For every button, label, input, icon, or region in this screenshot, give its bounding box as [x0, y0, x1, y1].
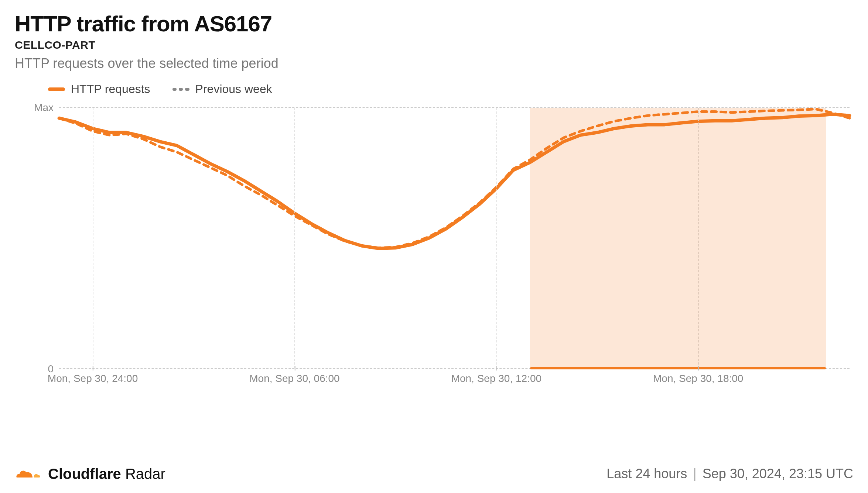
legend-label: HTTP requests — [71, 82, 150, 96]
plot-region — [59, 107, 850, 369]
x-axis: Mon, Sep 30, 24:00Mon, Sep 30, 06:00Mon,… — [59, 373, 850, 387]
chart-footer: Cloudflare Radar Last 24 hours | Sep 30,… — [15, 465, 853, 483]
line-dashed-icon — [172, 87, 189, 91]
chart-legend: HTTP requests Previous week — [48, 82, 853, 96]
brand: Cloudflare Radar — [15, 465, 165, 483]
gridline — [294, 108, 295, 368]
chart-card: HTTP traffic from AS6167 CELLCO-PART HTT… — [0, 0, 868, 493]
timestamp: Last 24 hours | Sep 30, 2024, 23:15 UTC — [606, 466, 853, 482]
x-tick-label: Mon, Sep 30, 24:00 — [48, 373, 138, 385]
brand-text: Cloudflare Radar — [48, 466, 165, 482]
line-solid-icon — [48, 87, 65, 91]
highlight-band — [530, 108, 826, 368]
gridline — [496, 108, 497, 368]
x-tick-label: Mon, Sep 30, 06:00 — [249, 373, 339, 385]
y-axis-max-label: Max — [34, 102, 54, 114]
legend-item-current[interactable]: HTTP requests — [48, 82, 150, 96]
highlight-baseline — [530, 367, 826, 369]
chart-description: HTTP requests over the selected time per… — [15, 56, 853, 71]
cloudflare-icon — [15, 465, 41, 483]
gridline — [93, 108, 93, 368]
legend-label: Previous week — [195, 82, 272, 96]
time-range: Last 24 hours — [606, 466, 687, 481]
chart-subtitle: CELLCO-PART — [15, 39, 853, 51]
chart-area[interactable]: Max 0 Mon, Sep 30, 24:00Mon, Sep 30, 06:… — [15, 100, 853, 402]
x-tick-label: Mon, Sep 30, 18:00 — [653, 373, 743, 385]
snapshot-time: Sep 30, 2024, 23:15 UTC — [703, 466, 853, 481]
chart-title: HTTP traffic from AS6167 — [15, 11, 853, 37]
divider-icon: | — [693, 466, 696, 481]
x-tick-label: Mon, Sep 30, 12:00 — [451, 373, 541, 385]
legend-item-previous[interactable]: Previous week — [172, 82, 272, 96]
